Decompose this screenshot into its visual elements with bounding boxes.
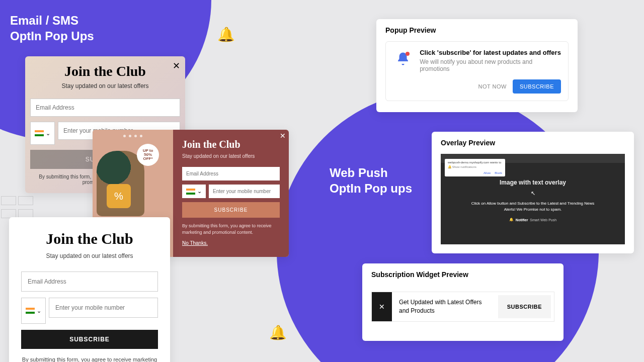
popup-sub: Stay updated on our latest offers: [21, 252, 158, 259]
chevron-down-icon: ⌄: [197, 188, 202, 195]
phone-input[interactable]: [49, 298, 158, 318]
widget-preview-card: Subscription Widget Preview ✕ Get Update…: [362, 263, 564, 341]
browser-permission-prompt: webpush-demo.myshopify.com wants to 🔔 Sh…: [445, 159, 505, 176]
hero-text: Image with text overlay: [441, 179, 625, 186]
close-icon[interactable]: ✕: [280, 132, 286, 140]
popup-heading: Join the Club: [182, 139, 280, 150]
card-title: Overlay Preview: [441, 139, 625, 147]
subscribe-button[interactable]: SUBSCRIBE: [513, 79, 561, 94]
email-input[interactable]: [21, 272, 158, 292]
card-title: Popup Preview: [385, 26, 569, 34]
subscribe-button[interactable]: SUBSCRIBE: [182, 202, 280, 218]
widget-text: Get Updated with Latest Offers and Produ…: [392, 292, 498, 321]
popup-heading: Join the Club: [30, 63, 180, 79]
optin-popup-plain: Join the Club Stay updated on our latest…: [9, 217, 170, 362]
popup-heading: Join the Club: [21, 230, 158, 247]
overlay-body: Click on Allow button and Subscribe to t…: [441, 201, 625, 213]
country-select[interactable]: ⌄: [182, 185, 206, 198]
flag-icon: [35, 130, 44, 136]
disclaimer: By submitting this form, you agree to re…: [21, 356, 158, 362]
card-title: Subscription Widget Preview: [371, 270, 554, 279]
block-button[interactable]: Block: [495, 171, 502, 174]
chevron-down-icon: ⌄: [46, 130, 50, 137]
overlay-screenshot: webpush-demo.myshopify.com wants to 🔔 Sh…: [441, 154, 625, 244]
email-input[interactable]: [182, 167, 280, 180]
popup-sub: Stay updated on our latest offers: [30, 82, 180, 89]
chevron-down-icon: ⌄: [37, 308, 41, 314]
title-email-sms: Email / SMS OptIn Pop Ups: [10, 13, 94, 44]
push-notification: Click 'subscribe' for latest updates and…: [385, 41, 569, 101]
close-icon[interactable]: ✕: [372, 292, 392, 321]
close-icon[interactable]: ✕: [173, 60, 180, 71]
overlay-preview-card: Overlay Preview webpush-demo.myshopify.c…: [432, 132, 634, 253]
not-now-button[interactable]: NOT NOW: [478, 83, 506, 89]
no-thanks-link[interactable]: No Thanks.: [182, 240, 208, 246]
bell-icon: [393, 49, 413, 69]
flag-icon: [26, 308, 35, 314]
email-input[interactable]: [30, 99, 180, 117]
popup-preview-card: Popup Preview Click 'subscribe' for late…: [376, 19, 578, 112]
percent-icon: %: [107, 184, 131, 208]
subscription-widget: ✕ Get Updated with Latest Offers and Pro…: [371, 292, 554, 322]
disclaimer: By submitting this form, you agree to re…: [182, 223, 280, 235]
cursor-icon: ↖: [441, 190, 625, 197]
phone-input[interactable]: [209, 185, 280, 198]
allow-button[interactable]: Allow: [484, 171, 491, 174]
notifier-brand: 🔔 Notifier Smart Web Push: [441, 218, 625, 222]
push-heading: Click 'subscribe' for latest updates and…: [420, 49, 561, 56]
discount-badge: UP to50%OFF*: [137, 144, 159, 166]
subscribe-button[interactable]: SUBSCRIBE: [498, 295, 551, 318]
flag-icon: [186, 189, 195, 195]
subscribe-button[interactable]: SUBSCRIBE: [21, 330, 158, 349]
country-select[interactable]: ⌄: [30, 122, 55, 145]
title-web-push: Web Push OptIn Pop ups: [330, 165, 412, 196]
popup-sub: Stay updated on our latest offers: [182, 153, 280, 159]
push-body: We will notify you about new products an…: [420, 58, 561, 72]
bell-icon: 🔔: [217, 26, 235, 43]
country-select[interactable]: ⌄: [21, 298, 46, 324]
decorative-shapes: [0, 195, 40, 220]
bell-icon: 🔔: [269, 324, 287, 341]
